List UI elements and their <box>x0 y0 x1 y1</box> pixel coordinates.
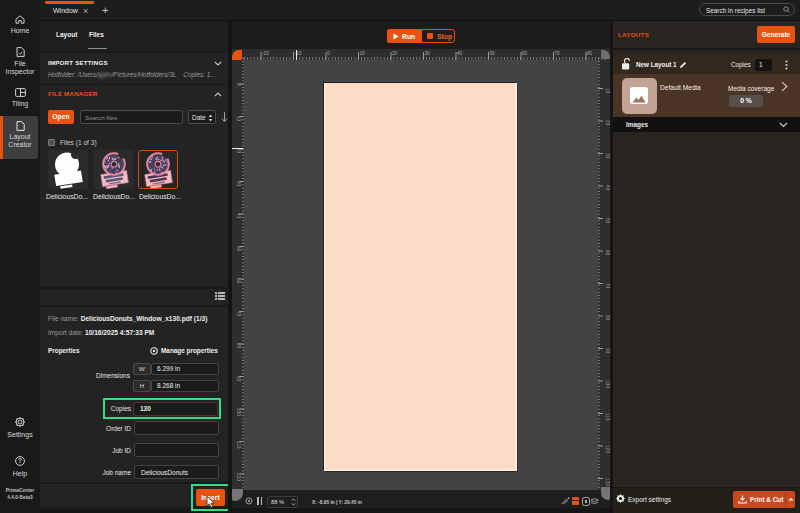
svg-text:?: ? <box>18 457 22 464</box>
